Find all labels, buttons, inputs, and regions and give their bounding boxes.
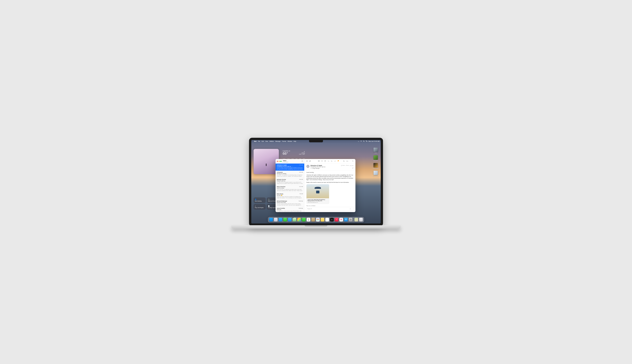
reply-all-icon[interactable] — [331, 160, 332, 162]
dock-app-tv[interactable]: tv — [330, 218, 334, 222]
wifi-icon[interactable] — [360, 140, 362, 142]
desktop-file-label: Dunk — [373, 152, 379, 154]
reply-icon[interactable] — [328, 160, 330, 162]
dock-app-news[interactable]: N — [340, 218, 343, 222]
message-subject: Moving our meeting — [277, 173, 303, 174]
mail-list-pane: Inbox 11 messages Adventure @ Apple9:01 … — [276, 159, 304, 212]
message-time: 7:59 AM — [299, 193, 303, 194]
menubar-datetime[interactable]: Mon Jun 5 9:41 AM — [368, 141, 380, 142]
dock-app-freeform[interactable] — [325, 218, 329, 222]
dock-app-messages[interactable] — [283, 218, 287, 222]
close-button[interactable] — [277, 161, 278, 162]
message-row[interactable]: Adventure @ Apple9:01 AM Paragliding exc… — [276, 164, 304, 171]
dock-app-facetime[interactable] — [302, 218, 306, 222]
flag-dropdown[interactable]: ⌵ — [341, 160, 341, 162]
link-preview-title: Learn to fly | High Wind Paragliding | F… — [308, 199, 328, 202]
link-preview-url: highwindparagliding.com — [308, 202, 328, 203]
menubar-app-name[interactable]: Mail — [254, 141, 256, 142]
svg-rect-2 — [366, 141, 367, 141]
desktop-icons: DunkLeaf MacroAura PortraitWhite Sands — [373, 148, 379, 177]
mini-widget-label: Play Chill Playlist — [255, 207, 264, 208]
desktop-file-label: Leaf Macro — [373, 160, 379, 161]
mute-icon[interactable] — [343, 160, 345, 162]
dock-trash[interactable] — [359, 218, 363, 222]
photos-widget[interactable] — [254, 149, 279, 174]
attachment-icon[interactable] — [341, 168, 354, 169]
message-time: 9:01 AM — [350, 165, 354, 166]
move-icon[interactable] — [346, 160, 348, 162]
spotlight-icon[interactable] — [363, 140, 364, 142]
envelope-icon[interactable] — [306, 160, 308, 162]
flag-icon[interactable] — [338, 160, 339, 162]
dock-app-music[interactable]: ♫ — [335, 218, 338, 222]
dock-app-mail[interactable] — [288, 218, 292, 222]
menu-mailbox[interactable]: Mailbox — [270, 141, 274, 142]
message-header: AA Adventure @ Apple Paragliding excursi… — [304, 164, 356, 170]
notch — [309, 140, 323, 142]
link-preview-card[interactable]: Learn to fly | High Wind Paragliding | F… — [306, 184, 329, 204]
message-row[interactable]: Brian Heung7:59 AM Out sick 🤒 Just a not… — [276, 192, 304, 200]
dock-app-settings[interactable]: ⚙︎ — [349, 218, 352, 222]
forward-icon[interactable] — [334, 160, 336, 162]
message-row[interactable]: Jenna KovalskyYesterday Wild idea Hi Cra… — [276, 207, 304, 212]
desktop-file[interactable]: Dunk — [373, 148, 379, 154]
desktop-file[interactable]: Leaf Macro — [373, 155, 379, 161]
move-dropdown[interactable]: ⌵ — [350, 160, 350, 162]
message-row[interactable]: Michael KlineburgerYesterday Bonjour fro… — [276, 200, 304, 207]
dock-app-appstore[interactable]: A — [344, 218, 348, 222]
mini-widget[interactable]: ♫Play Chill Playlist — [254, 204, 266, 210]
message-sender: Reece Schachne — [277, 186, 286, 187]
search-icon[interactable] — [352, 160, 354, 162]
filter-icon[interactable] — [302, 160, 303, 162]
svg-point-0 — [363, 141, 364, 142]
dock-downloads[interactable] — [354, 218, 358, 222]
svg-point-14 — [352, 160, 353, 161]
desktop-file-label: Aura Portrait — [373, 168, 379, 169]
dock-app-photos[interactable] — [297, 218, 301, 222]
body-p2: Reply to this email to reserve your spot… — [306, 182, 354, 183]
dock-app-contacts[interactable] — [311, 218, 315, 222]
body-p1: Adventure @ Apple is thrilled to announc… — [306, 174, 354, 180]
message-row[interactable]: Nicholas Circosta8:44 AM Ready for pick-… — [276, 178, 304, 185]
minimize-button[interactable] — [278, 161, 280, 162]
svg-line-1 — [364, 142, 364, 142]
dock-app-finder[interactable] — [269, 218, 273, 222]
junk-icon[interactable] — [324, 160, 326, 162]
message-time: Yesterday — [298, 208, 303, 209]
menu-window[interactable]: Window — [288, 141, 292, 142]
message-time: 8:44 AM — [299, 179, 303, 180]
mini-widget[interactable]: 👤Next Meeting — [254, 198, 266, 203]
message-row[interactable]: Reece Schachne8:12 AM Deck for review Go… — [276, 185, 304, 192]
send-controls[interactable]: ⌵ — [350, 208, 352, 210]
message-sender: Ty Booyzen — [277, 172, 283, 173]
battery-icon[interactable]: ▭ — [358, 141, 359, 142]
desktop-file[interactable]: Aura Portrait — [373, 163, 379, 169]
mail-titlebar: Inbox 11 messages — [276, 159, 304, 164]
control-center-icon[interactable] — [366, 140, 367, 142]
menu-message[interactable]: Message — [276, 141, 280, 142]
trash-icon[interactable] — [321, 160, 323, 162]
message-row[interactable]: Ty Booyzen8:51 AM Moving our meeting Hey… — [276, 171, 304, 178]
menu-edit[interactable]: Edit — [262, 141, 264, 142]
mini-widgets: 👤Next Meeting📷Shot on iPhone♫Play Chill … — [254, 198, 279, 210]
menu-file[interactable]: File — [258, 141, 260, 142]
dock-app-reminders[interactable] — [316, 218, 320, 222]
mini-widget-icon: 👤 — [255, 199, 264, 200]
zoom-button[interactable] — [280, 161, 282, 162]
message-subject: Bonjour from Paris — [277, 202, 303, 203]
reply-bar[interactable]: Reply All ⌵ — [306, 207, 354, 210]
mail-toolbar: ⌵ ⌵ — [304, 159, 356, 164]
dock-app-notes[interactable] — [321, 218, 324, 222]
menu-help[interactable]: Help — [294, 141, 296, 142]
dock-app-calendar[interactable]: JUN5 — [307, 218, 310, 222]
archive-icon[interactable] — [318, 160, 320, 162]
menu-format[interactable]: Format — [282, 141, 286, 142]
compose-icon[interactable] — [309, 160, 311, 162]
desktop-file[interactable]: White Sands — [373, 171, 379, 177]
message-body: Good morning, Adventure @ Apple is thril… — [304, 170, 356, 206]
menu-view[interactable]: View — [265, 141, 268, 142]
desktop-file-label: White Sands — [373, 176, 379, 177]
dock-app-safari[interactable] — [278, 218, 282, 222]
dock-app-launchpad[interactable] — [274, 218, 278, 222]
message-preview: Just a note that I won't be in today as … — [277, 196, 303, 198]
